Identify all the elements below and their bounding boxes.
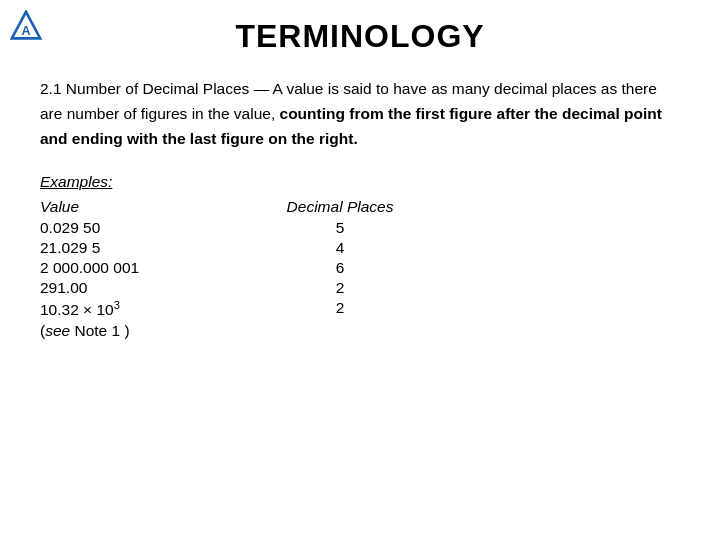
value-column-header: Value — [40, 197, 260, 218]
table-row: (see Note 1 ) — [40, 321, 420, 341]
places-column-header: Decimal Places — [260, 197, 420, 218]
table-row: 2 000.000 001 6 — [40, 258, 420, 278]
see-note-cell: (see Note 1 ) — [40, 321, 260, 341]
value-cell: 2 000.000 001 — [40, 258, 260, 278]
svg-text:A: A — [22, 24, 31, 38]
places-cell: 4 — [260, 238, 420, 258]
table-row: 21.029 5 4 — [40, 238, 420, 258]
examples-label: Examples: — [40, 173, 680, 191]
table-row: 10.32 × 103 2 — [40, 298, 420, 320]
value-cell: 0.029 50 — [40, 218, 260, 238]
places-cell: 2 — [260, 298, 420, 320]
value-cell: 10.32 × 103 — [40, 298, 260, 320]
table-row: 291.00 2 — [40, 278, 420, 298]
places-cell: 6 — [260, 258, 420, 278]
examples-table: Value Decimal Places 0.029 50 5 21.029 5… — [40, 197, 420, 340]
main-content: 2.1 Number of Decimal Places — A value i… — [0, 77, 720, 341]
value-cell: 21.029 5 — [40, 238, 260, 258]
examples-section: Examples: Value Decimal Places 0.029 50 … — [40, 173, 680, 340]
places-cell-empty — [260, 321, 420, 341]
table-header-row: Value Decimal Places — [40, 197, 420, 218]
value-cell: 291.00 — [40, 278, 260, 298]
page-title: TERMINOLOGY — [0, 18, 720, 55]
places-cell: 2 — [260, 278, 420, 298]
table-row: 0.029 50 5 — [40, 218, 420, 238]
logo-icon: A — [10, 10, 42, 42]
definition-paragraph: 2.1 Number of Decimal Places — A value i… — [40, 77, 680, 151]
places-cell: 5 — [260, 218, 420, 238]
